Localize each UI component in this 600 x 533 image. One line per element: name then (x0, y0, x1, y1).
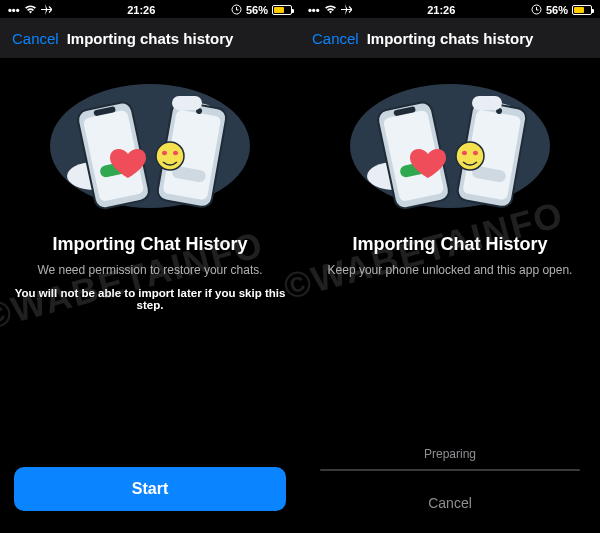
heading: Importing Chat History (352, 234, 547, 255)
status-bar: ••• 21:26 56% (300, 0, 600, 18)
wifi-icon (24, 4, 37, 16)
screen-permission: ••• 21:26 56% Cancel Importing chats his… (0, 0, 300, 533)
svg-rect-27 (472, 96, 502, 110)
battery-percent: 56% (246, 4, 268, 16)
nav-cancel-button[interactable]: Cancel (312, 30, 359, 47)
illustration-chat-transfer (340, 76, 560, 216)
screen-preparing: ••• 21:26 56% Cancel Importing chats his… (300, 0, 600, 533)
cancel-button[interactable]: Cancel (428, 495, 472, 511)
battery-percent: 56% (546, 4, 568, 16)
progress-status-text: Preparing (424, 447, 476, 461)
nav-bar: Cancel Importing chats history (0, 18, 300, 58)
progress-bar (320, 469, 580, 471)
rotation-lock-icon (531, 4, 542, 17)
warning-text: You will not be able to import later if … (14, 287, 286, 311)
wifi-icon (324, 4, 337, 16)
heading: Importing Chat History (52, 234, 247, 255)
start-button[interactable]: Start (14, 467, 286, 511)
clock: 21:26 (352, 4, 531, 16)
subheading: We need permission to restore your chats… (37, 263, 262, 277)
nav-cancel-button[interactable]: Cancel (12, 30, 59, 47)
subheading: Keep your phone unlocked and this app op… (328, 263, 573, 277)
battery-icon (572, 5, 592, 15)
svg-point-12 (156, 142, 184, 170)
cellular-icon: ••• (8, 4, 20, 16)
status-bar: ••• 21:26 56% (0, 0, 300, 18)
nav-bar: Cancel Importing chats history (300, 18, 600, 58)
cellular-icon: ••• (308, 4, 320, 16)
clock: 21:26 (52, 4, 231, 16)
svg-point-26 (456, 142, 484, 170)
svg-rect-13 (172, 96, 202, 110)
airplane-icon (341, 4, 352, 17)
battery-icon (272, 5, 292, 15)
rotation-lock-icon (231, 4, 242, 17)
airplane-icon (41, 4, 52, 17)
illustration-chat-transfer (40, 76, 260, 216)
